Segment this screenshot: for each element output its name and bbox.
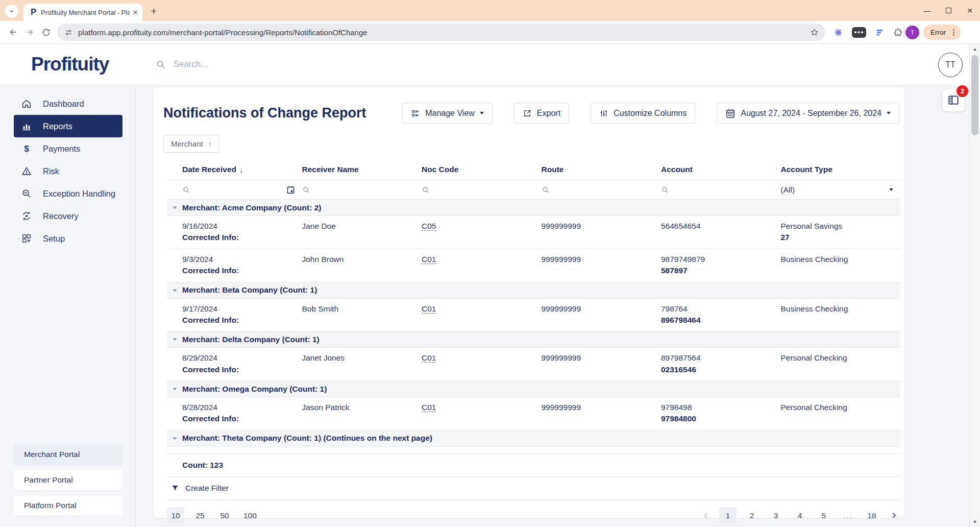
collapse-toggle[interactable] [167, 205, 182, 210]
bars-extension-icon[interactable] [875, 28, 885, 37]
column-header-account-type[interactable]: Account Type [781, 165, 901, 174]
tab-close-icon[interactable]: ✕ [133, 9, 138, 16]
column-header-route[interactable]: Route [542, 165, 662, 174]
route-filter[interactable] [542, 185, 662, 195]
search-icon [156, 59, 166, 69]
export-button[interactable]: Export [514, 103, 569, 124]
sidebar-item-setup[interactable]: Setup [14, 227, 122, 250]
receiver-name-value: Jane Doe [302, 221, 416, 231]
new-tab-button[interactable]: + [151, 7, 157, 16]
date-received-filter[interactable] [182, 185, 302, 195]
calendar-icon [725, 108, 736, 118]
page-2[interactable]: 2 [743, 507, 761, 524]
forward-button[interactable] [21, 24, 38, 40]
column-header-account[interactable]: Account [661, 165, 781, 174]
noc-code-filter[interactable] [422, 185, 542, 195]
tab-search-button[interactable] [5, 5, 18, 18]
noc-code-filter-input[interactable] [434, 185, 501, 195]
noc-code-link[interactable]: C01 [422, 353, 436, 363]
page-5[interactable]: 5 [815, 507, 832, 524]
group-by-merchant-chip[interactable]: Merchant ↑ [163, 135, 219, 153]
site-info-icon[interactable] [64, 28, 73, 37]
account-filter-input[interactable] [673, 185, 741, 195]
sidebar-item-payments[interactable]: $Payments [14, 137, 122, 160]
scroll-up-icon[interactable]: ▲ [970, 45, 980, 53]
page-size-10[interactable]: 10 [167, 507, 184, 524]
page-scrollbar[interactable]: ▲ ▼ [969, 44, 980, 527]
page-4[interactable]: 4 [791, 507, 808, 524]
scroll-down-icon[interactable]: ▼ [970, 518, 980, 526]
collapse-toggle[interactable] [167, 337, 182, 342]
sidebar-item-dashboard[interactable]: Dashboard [14, 92, 122, 115]
receiver-name-cell: Jane Doe [302, 221, 422, 243]
extensions-puzzle-icon[interactable] [893, 28, 903, 37]
profile-error-button[interactable]: Error ⋮ [923, 25, 961, 40]
sidebar-item-risk[interactable]: Risk [14, 160, 122, 182]
page-size-50[interactable]: 50 [216, 507, 233, 524]
collapse-toggle[interactable] [167, 288, 182, 293]
column-header-receiver-name[interactable]: Receiver Name [302, 165, 422, 174]
portal-link-merchant-portal[interactable]: Merchant Portal [14, 444, 122, 465]
table-filter-row: (All) [167, 180, 900, 200]
sidebar-item-recovery[interactable]: Recovery [14, 205, 122, 227]
page-1[interactable]: 1 [719, 507, 737, 524]
url-bar[interactable]: platform.app.profituity.com/merchant-por… [57, 23, 825, 41]
sidebar-item-exception-handling[interactable]: Exception Handling [14, 182, 122, 205]
column-header-noc-code[interactable]: Noc Code [422, 165, 542, 174]
browser-menu-icon[interactable]: ⋮ [950, 28, 958, 37]
account-cell: 89798756402316546 [661, 353, 781, 374]
account-filter[interactable] [661, 185, 781, 195]
dots-extension-icon[interactable]: ●●● [852, 27, 866, 38]
account-cell: 9879749879587897 [661, 254, 781, 276]
column-header-date-received[interactable]: Date Received ↓ [182, 165, 302, 174]
scrollbar-thumb[interactable] [971, 55, 978, 135]
customize-columns-button[interactable]: Customize Columns [591, 103, 695, 124]
next-page-icon[interactable] [887, 507, 900, 524]
noc-code-link[interactable]: C01 [422, 403, 436, 412]
user-avatar[interactable]: TT [938, 53, 963, 77]
ai-asterisk-extension-icon[interactable] [834, 28, 843, 37]
receiver-name-filter[interactable] [302, 185, 422, 195]
window-minimize-button[interactable]: — [923, 7, 930, 15]
account-type-filter-dropdown[interactable]: (All) [781, 185, 901, 195]
sliders-icon [599, 109, 608, 118]
date-range-button[interactable]: August 27, 2024 - September 26, 2024 [717, 103, 899, 124]
page-3[interactable]: 3 [767, 507, 785, 524]
reload-button[interactable] [38, 24, 54, 40]
bookmark-star-icon[interactable] [810, 28, 819, 37]
browser-tab[interactable]: P Profituity Merchant Portal - Plat ✕ [23, 4, 142, 21]
page-size-25[interactable]: 25 [191, 507, 209, 524]
account-cell: 979849897984800 [661, 402, 781, 424]
sidebar-item-reports[interactable]: Reports [14, 115, 122, 137]
create-filter-button[interactable]: Create Filter [167, 477, 900, 500]
window-close-button[interactable]: ✕ [967, 7, 973, 15]
receiver-name-filter-input[interactable] [314, 185, 382, 195]
route-cell: 999999999 [542, 254, 662, 276]
notifications-table: Date Received ↓ Receiver Name Noc Code R… [167, 161, 900, 500]
filter-funnel-icon [171, 484, 179, 492]
portal-link-platform-portal[interactable]: Platform Portal [14, 495, 122, 516]
browser-profile-avatar[interactable]: T [905, 26, 919, 39]
back-button[interactable] [5, 24, 21, 40]
portal-link-partner-portal[interactable]: Partner Portal [14, 470, 122, 490]
route-filter-input[interactable] [554, 185, 621, 195]
collapse-toggle[interactable] [167, 386, 182, 392]
receiver-name-cell: Bob Smith [302, 304, 422, 325]
receiver-name-cell: Jason Patrick [302, 402, 422, 424]
page-size-100[interactable]: 100 [240, 507, 260, 524]
previous-page-icon[interactable] [699, 507, 713, 524]
manage-view-button[interactable]: Manage View [402, 103, 493, 124]
collapse-toggle[interactable] [167, 436, 182, 441]
page-18[interactable]: 18 [863, 507, 880, 524]
noc-code-link[interactable]: C01 [422, 304, 436, 314]
search-input[interactable] [172, 59, 391, 70]
calendar-picker-icon[interactable] [286, 185, 295, 194]
merchant-group-row: Merchant: Acme Company (Count: 2) [167, 200, 900, 216]
global-search[interactable] [156, 59, 391, 70]
noc-code-link[interactable]: C05 [422, 222, 436, 231]
account-type-cell: Personal Savings27 [781, 221, 901, 243]
notifications-panel-button[interactable]: 2 [942, 89, 965, 111]
window-maximize-button[interactable] [946, 8, 951, 13]
date-received-filter-input[interactable] [194, 185, 262, 195]
noc-code-link[interactable]: C01 [422, 255, 436, 264]
